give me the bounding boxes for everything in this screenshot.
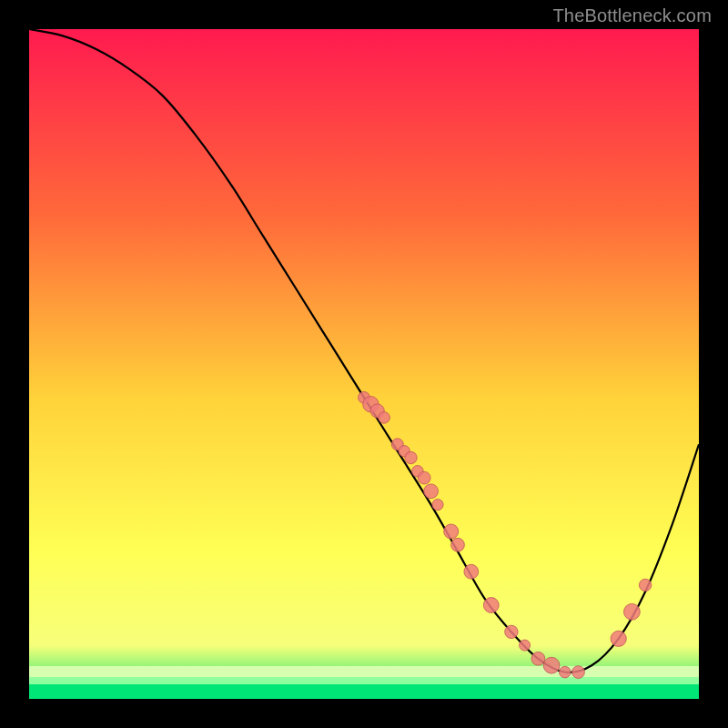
data-point (483, 598, 499, 613)
data-point (639, 579, 651, 591)
data-point (451, 538, 465, 551)
data-point (505, 625, 518, 638)
data-point (379, 412, 390, 424)
data-point (432, 500, 443, 511)
data-point (543, 657, 560, 673)
data-point (572, 666, 585, 679)
data-point (418, 471, 430, 484)
data-point (531, 652, 545, 665)
chart-points (29, 29, 699, 699)
data-point (464, 564, 479, 579)
data-point (405, 451, 417, 463)
data-point (520, 640, 531, 651)
data-point (444, 524, 459, 539)
data-point (560, 666, 571, 678)
data-point (624, 603, 641, 620)
data-point (611, 631, 626, 646)
data-point (424, 484, 439, 499)
chart-plot-area (29, 29, 699, 699)
attribution-label: TheBottleneck.com (552, 5, 712, 26)
